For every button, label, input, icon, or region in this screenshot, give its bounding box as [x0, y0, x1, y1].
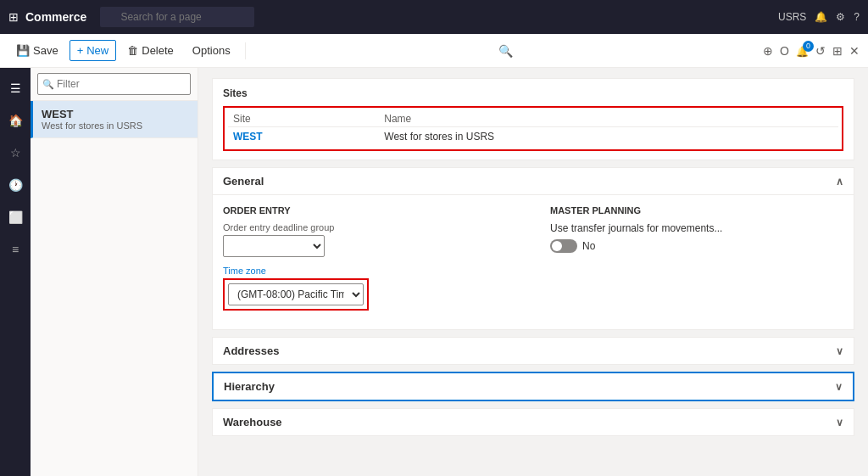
master-planning-col: MASTER PLANNING Use transfer journals fo…: [550, 205, 843, 319]
hierarchy-section: Hierarchy ∨: [212, 372, 854, 401]
sites-col-site: Site: [228, 111, 379, 127]
hierarchy-section-header[interactable]: Hierarchy ∨: [214, 373, 853, 400]
toggle-state-label: No: [582, 240, 595, 252]
list-items: WEST West for stores in USRS: [31, 101, 198, 476]
top-search-input[interactable]: [100, 7, 254, 27]
nav-modules-icon[interactable]: ≡: [2, 236, 29, 263]
warehouse-section: Warehouse ∨: [212, 408, 854, 436]
general-section-label: General: [223, 175, 264, 188]
nav-home-icon[interactable]: 🏠: [2, 107, 29, 134]
grid-icon[interactable]: ⊞: [8, 10, 19, 24]
warehouse-section-label: Warehouse: [223, 416, 282, 428]
deadline-group-label: Order entry deadline group: [223, 222, 516, 232]
left-nav: ☰ 🏠 ☆ 🕐 ⬜ ≡: [0, 68, 31, 476]
cmd-right-icon-2[interactable]: O: [780, 44, 789, 58]
save-button[interactable]: 💾 Save: [8, 40, 66, 61]
addresses-section: Addresses ∨: [212, 337, 854, 365]
detail-panel: Sites Site Name WEST West for stores in …: [198, 68, 868, 476]
sites-table: Site Name WEST West for stores in USRS: [228, 111, 838, 146]
filter-input[interactable]: [37, 73, 191, 95]
top-bar-right: USRS 🔔 ⚙ ?: [778, 11, 860, 23]
general-chevron-icon: ∧: [836, 176, 843, 188]
user-label: USRS: [778, 11, 806, 23]
warehouse-chevron-icon: ∨: [836, 417, 843, 428]
list-filter-area: 🔍: [31, 68, 198, 101]
hierarchy-chevron-icon: ∨: [835, 381, 843, 393]
filter-icon: 🔍: [42, 79, 54, 90]
sites-section: Sites Site Name WEST West for stores in …: [212, 78, 854, 160]
toggle-row: No: [550, 239, 843, 253]
toggle-knob: [552, 241, 562, 251]
timezone-label: Time zone: [223, 266, 516, 276]
nav-favorites-icon[interactable]: ☆: [2, 139, 29, 166]
cmd-right-icon-badge[interactable]: 🔔 0: [796, 44, 809, 58]
top-bar: ⊞ Commerce 🔍 USRS 🔔 ⚙ ?: [0, 0, 868, 34]
deadline-group-select[interactable]: [223, 235, 325, 257]
main-layout: ☰ 🏠 ☆ 🕐 ⬜ ≡ 🔍 WEST West for stores in US…: [0, 68, 868, 476]
nav-menu-icon[interactable]: ☰: [2, 75, 29, 102]
cmd-right-icon-3[interactable]: ↺: [815, 44, 826, 58]
list-item[interactable]: WEST West for stores in USRS: [31, 101, 198, 138]
bell-icon[interactable]: 🔔: [815, 11, 827, 23]
transfer-journals-text: Use transfer journals for movements...: [550, 222, 843, 234]
transfer-journals-toggle[interactable]: [550, 239, 577, 253]
sites-highlighted-box: Site Name WEST West for stores in USRS: [223, 106, 843, 151]
settings-icon[interactable]: ⚙: [836, 11, 845, 23]
cmd-close-icon[interactable]: ✕: [849, 44, 860, 58]
sites-col-name: Name: [379, 111, 838, 127]
sites-row[interactable]: WEST West for stores in USRS: [228, 127, 838, 147]
cmd-search-icon[interactable]: 🔍: [498, 44, 513, 58]
warehouse-section-header[interactable]: Warehouse ∨: [213, 409, 854, 435]
list-panel: 🔍 WEST West for stores in USRS: [31, 68, 198, 476]
nav-recent-icon[interactable]: 🕐: [2, 171, 29, 199]
hierarchy-section-label: Hierarchy: [224, 380, 275, 393]
cmd-right-icon-4[interactable]: ⊞: [832, 44, 843, 58]
deadline-group-field: Order entry deadline group: [223, 222, 516, 257]
sites-cell-name: West for stores in USRS: [379, 127, 838, 147]
general-section-body: ORDER ENTRY Order entry deadline group T…: [213, 195, 854, 329]
filter-wrapper: 🔍: [37, 73, 191, 95]
nav-workspaces-icon[interactable]: ⬜: [2, 204, 29, 231]
help-icon[interactable]: ?: [854, 11, 860, 23]
sites-label: Sites: [223, 87, 843, 99]
cmd-right-icon-1[interactable]: ⊕: [763, 44, 773, 58]
command-bar: 💾 Save + New 🗑 Delete Options 🔍 ⊕ O 🔔 0 …: [0, 34, 868, 68]
app-title: Commerce: [25, 10, 86, 24]
timezone-highlighted-box: (GMT-08:00) Pacific Time (US ...: [223, 278, 369, 311]
addresses-section-header[interactable]: Addresses ∨: [213, 338, 854, 364]
timezone-select[interactable]: (GMT-08:00) Pacific Time (US ...: [228, 283, 364, 305]
options-button[interactable]: Options: [185, 40, 238, 61]
save-icon: 💾: [16, 44, 30, 57]
order-entry-col: ORDER ENTRY Order entry deadline group T…: [223, 205, 516, 319]
master-planning-heading: MASTER PLANNING: [550, 205, 843, 216]
addresses-section-label: Addresses: [223, 344, 279, 357]
delete-icon: 🗑: [127, 44, 138, 57]
general-section: General ∧ ORDER ENTRY Order entry deadli…: [212, 167, 854, 330]
search-wrapper: 🔍: [100, 7, 456, 27]
order-entry-heading: ORDER ENTRY: [223, 205, 516, 216]
new-button[interactable]: + New: [70, 40, 117, 61]
general-columns: ORDER ENTRY Order entry deadline group T…: [223, 205, 843, 319]
addresses-chevron-icon: ∨: [836, 345, 843, 357]
separator: [245, 42, 246, 59]
list-item-subtitle: West for stores in USRS: [42, 120, 189, 131]
timezone-field: Time zone (GMT-08:00) Pacific Time (US .…: [223, 266, 516, 311]
sites-cell-site: WEST: [228, 127, 379, 147]
list-item-title: WEST: [42, 108, 189, 120]
general-section-header[interactable]: General ∧: [213, 168, 854, 195]
delete-button[interactable]: 🗑 Delete: [120, 40, 181, 61]
new-plus-icon: +: [77, 44, 84, 57]
